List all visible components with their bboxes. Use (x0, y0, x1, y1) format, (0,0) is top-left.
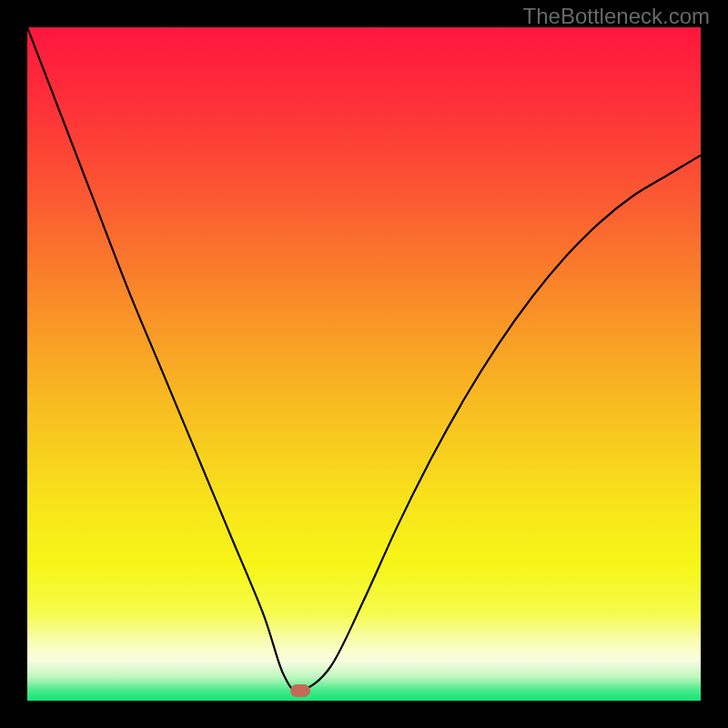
chart-frame: TheBottleneck.com (0, 0, 728, 728)
watermark-text: TheBottleneck.com (523, 4, 710, 29)
bottleneck-curve (27, 27, 701, 701)
plot-area (27, 27, 701, 701)
optimal-marker (290, 684, 310, 697)
